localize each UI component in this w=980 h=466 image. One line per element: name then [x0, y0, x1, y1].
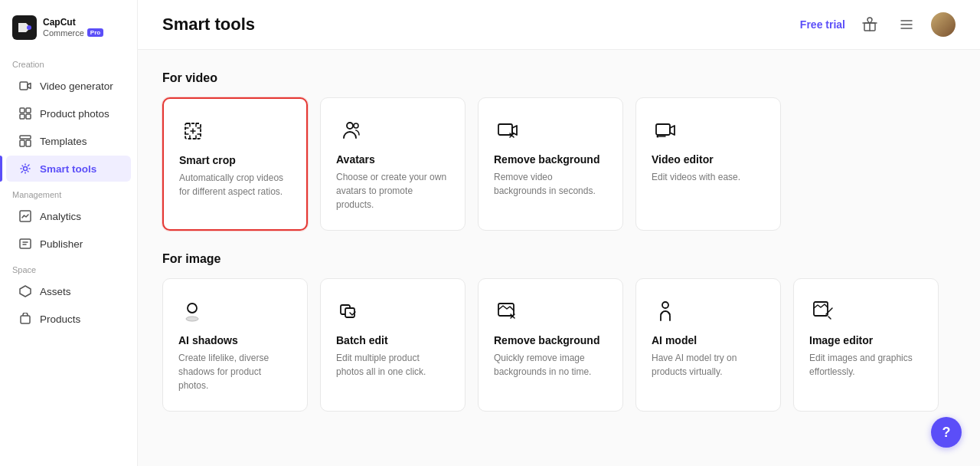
logo-icon: [12, 15, 37, 40]
batch-edit-name: Batch edit: [336, 334, 449, 346]
free-trial-button[interactable]: Free trial: [800, 18, 845, 31]
video-editor-name: Video editor: [652, 153, 765, 166]
svg-point-1: [27, 25, 31, 30]
svg-rect-9: [26, 140, 31, 146]
remove-bg-image-desc: Quickly remove image backgrounds in no t…: [494, 351, 607, 379]
sidebar-item-label: Products: [40, 313, 80, 325]
svg-rect-3: [20, 108, 24, 113]
topbar-actions: Free trial: [800, 12, 956, 37]
svg-rect-7: [20, 136, 31, 139]
topbar: Smart tools Free trial: [138, 0, 980, 50]
svg-rect-2: [20, 82, 28, 90]
help-button[interactable]: ?: [931, 417, 962, 448]
batch-edit-desc: Edit multiple product photos all in one …: [336, 351, 449, 379]
sidebar-item-label: Analytics: [40, 211, 81, 222]
sidebar-item-assets[interactable]: Assets: [6, 278, 131, 304]
card-ai-shadows[interactable]: AI shadows Create lifelike, diverse shad…: [162, 278, 308, 412]
image-editor-name: Image editor: [809, 334, 923, 346]
section-management: Management: [0, 182, 137, 202]
avatars-icon: [336, 116, 364, 144]
sidebar-item-smart-tools[interactable]: Smart tools: [6, 156, 131, 182]
svg-rect-5: [20, 114, 24, 119]
svg-rect-12: [20, 239, 31, 248]
ai-model-name: AI model: [652, 334, 765, 346]
ai-model-icon: [652, 297, 679, 325]
for-image-title: For image: [162, 252, 956, 266]
svg-point-21: [186, 317, 198, 321]
svg-point-20: [188, 304, 197, 313]
for-video-title: For video: [162, 71, 956, 85]
logo-badge: Pro: [87, 28, 103, 37]
sidebar-item-label: Smart tools: [40, 163, 96, 175]
sidebar-item-product-photos[interactable]: Product photos: [6, 100, 131, 126]
avatars-desc: Choose or create your own avatars to pro…: [336, 170, 449, 212]
logo-sub: Commerce: [43, 28, 84, 38]
svg-rect-18: [656, 124, 670, 135]
svg-rect-24: [498, 304, 514, 316]
section-creation: Creation: [0, 52, 137, 72]
ai-shadows-name: AI shadows: [178, 334, 292, 346]
remove-bg-video-name: Remove background: [494, 153, 607, 166]
card-video-editor[interactable]: Video editor Edit videos with ease.: [635, 97, 781, 231]
sidebar-item-templates[interactable]: Templates: [6, 128, 131, 154]
sidebar-item-label: Video generator: [40, 80, 113, 92]
sidebar-item-analytics[interactable]: Analytics: [6, 203, 131, 229]
card-remove-bg-image[interactable]: Remove background Quickly remove image b…: [478, 278, 623, 412]
sidebar-item-products[interactable]: Products: [6, 306, 131, 332]
video-generator-icon: [18, 79, 32, 93]
card-batch-edit[interactable]: Batch edit Edit multiple product photos …: [320, 278, 466, 412]
card-remove-bg-video[interactable]: Remove background Remove video backgroun…: [478, 97, 623, 231]
card-smart-crop[interactable]: Smart crop Automatically crop videos for…: [162, 97, 308, 231]
menu-icon[interactable]: [894, 12, 919, 37]
product-photos-icon: [18, 107, 32, 120]
logo-name: CapCut: [43, 18, 103, 28]
svg-rect-13: [21, 316, 30, 323]
card-avatars[interactable]: Avatars Choose or create your own avatar…: [320, 97, 466, 231]
image-editor-icon: [809, 297, 837, 325]
avatars-name: Avatars: [336, 153, 449, 166]
smart-crop-icon: [179, 117, 207, 145]
card-image-editor[interactable]: Image editor Edit images and graphics ef…: [793, 278, 939, 412]
svg-point-10: [24, 167, 28, 171]
sidebar-item-video-generator[interactable]: Video generator: [6, 73, 131, 99]
sidebar-item-label: Publisher: [40, 238, 83, 250]
avatar[interactable]: [931, 12, 956, 37]
sidebar-item-label: Product photos: [40, 108, 109, 120]
ai-model-desc: Have AI model try on products virtually.: [652, 351, 765, 379]
sidebar-item-label: Assets: [40, 286, 71, 297]
remove-bg-image-icon: [494, 297, 521, 325]
video-editor-desc: Edit videos with ease.: [652, 170, 765, 184]
gift-icon[interactable]: [858, 12, 882, 37]
publisher-icon: [18, 237, 32, 251]
remove-bg-image-name: Remove background: [494, 334, 607, 346]
remove-bg-video-desc: Remove video backgrounds in seconds.: [494, 170, 607, 198]
svg-rect-8: [20, 140, 24, 146]
smart-crop-name: Smart crop: [179, 154, 291, 166]
smart-crop-desc: Automatically crop videos for different …: [179, 171, 291, 199]
svg-rect-4: [26, 108, 31, 113]
video-cards-row: Smart crop Automatically crop videos for…: [162, 97, 956, 231]
smart-tools-icon: [18, 162, 32, 176]
main-content: Smart tools Free trial For video: [138, 0, 980, 466]
svg-point-19: [657, 136, 659, 138]
svg-point-16: [354, 123, 358, 128]
content-area: For video Smart crop Automatically crop …: [138, 50, 980, 455]
batch-edit-icon: [336, 297, 364, 325]
sidebar-item-publisher[interactable]: Publisher: [6, 231, 131, 257]
sidebar: CapCut Commerce Pro Creation Video gener…: [0, 0, 138, 466]
templates-icon: [18, 134, 32, 148]
logo: CapCut Commerce Pro: [0, 9, 137, 52]
video-editor-icon: [652, 116, 679, 144]
page-title: Smart tools: [162, 15, 255, 34]
card-ai-model[interactable]: AI model Have AI model try on products v…: [635, 278, 781, 412]
products-icon: [18, 312, 32, 326]
analytics-icon: [18, 209, 32, 223]
section-space: Space: [0, 258, 137, 277]
svg-rect-25: [814, 302, 828, 316]
svg-rect-6: [26, 114, 31, 119]
sidebar-item-label: Templates: [40, 136, 87, 147]
remove-bg-video-icon: [494, 116, 521, 144]
ai-shadows-desc: Create lifelike, diverse shadows for pro…: [178, 351, 292, 392]
image-editor-desc: Edit images and graphics effortlessly.: [809, 351, 923, 379]
assets-icon: [18, 284, 32, 298]
